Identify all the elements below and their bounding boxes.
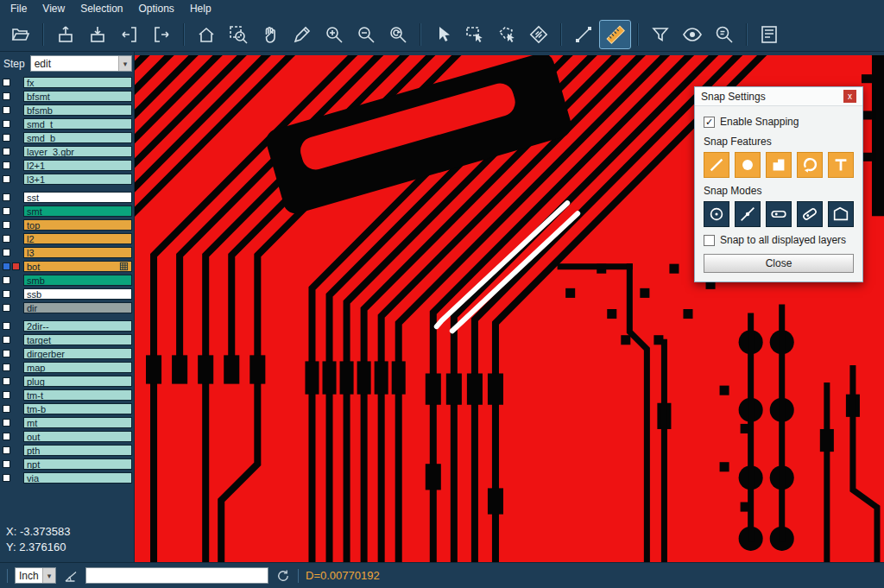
layer-name-box[interactable]: tm-t — [23, 389, 132, 401]
layer-name-box[interactable]: bot — [23, 261, 132, 272]
layer-name-box[interactable]: mt — [23, 417, 132, 428]
layer-visibility-checkbox[interactable] — [3, 460, 10, 468]
layer-name-box[interactable]: sst — [23, 192, 132, 203]
layer-visibility-checkbox[interactable] — [3, 79, 10, 86]
menu-view[interactable]: View — [35, 2, 72, 16]
layer-name-box[interactable]: smd_b — [23, 132, 132, 143]
layer-visibility-checkbox[interactable] — [3, 474, 10, 482]
snap-line-point-button[interactable] — [735, 201, 761, 227]
layer-visibility-checkbox[interactable] — [3, 249, 10, 256]
layer-name-box[interactable]: ssb — [23, 288, 132, 300]
layer-name-box[interactable]: 2dir-- — [23, 320, 132, 332]
layer-visibility-checkbox[interactable] — [3, 290, 10, 298]
select-cursor-button[interactable] — [427, 21, 458, 48]
snap-arc-button[interactable] — [797, 152, 823, 178]
zoom-previous-button[interactable] — [382, 21, 413, 48]
close-icon[interactable]: x — [843, 90, 856, 103]
units-dropdown[interactable]: Inch ▾ — [15, 567, 56, 584]
menu-file[interactable]: File — [3, 2, 34, 16]
snap-all-layers-checkbox[interactable] — [704, 235, 715, 246]
step-next-button[interactable] — [146, 21, 176, 48]
snap-pad-button[interactable] — [735, 152, 761, 178]
command-input[interactable] — [85, 567, 268, 584]
layer-visibility-checkbox[interactable] — [3, 419, 10, 427]
close-button[interactable]: Close — [704, 254, 854, 273]
layer-name-box[interactable]: target — [23, 334, 132, 345]
query-button[interactable] — [709, 21, 739, 48]
layer-visibility-checkbox[interactable] — [3, 161, 10, 169]
layer-visibility-checkbox[interactable] — [3, 377, 10, 385]
select-poly-button[interactable] — [491, 21, 521, 48]
snap-outline-button[interactable] — [828, 201, 854, 227]
menu-options[interactable]: Options — [132, 2, 181, 16]
layer-name-box[interactable]: bfsmt — [23, 91, 132, 102]
zoom-out-button[interactable] — [350, 21, 381, 48]
layer-visibility-checkbox[interactable] — [3, 120, 10, 128]
layer-name-box[interactable]: top — [23, 219, 132, 231]
layer-name-box[interactable]: l3 — [23, 247, 132, 258]
layer-visibility-checkbox[interactable] — [3, 106, 10, 114]
layer-name-box[interactable]: smb — [23, 275, 132, 286]
layer-visibility-checkbox[interactable] — [3, 276, 10, 284]
layer-visibility-checkbox[interactable] — [3, 391, 10, 399]
dialog-titlebar[interactable]: Snap Settings x — [695, 87, 862, 106]
layer-name-box[interactable]: plug — [23, 376, 132, 387]
layer-visibility-checkbox[interactable] — [3, 322, 10, 330]
layer-active-indicator[interactable] — [12, 262, 20, 270]
layer-name-box[interactable]: l2 — [23, 233, 132, 244]
layer-visibility-checkbox[interactable] — [3, 336, 10, 344]
snap-center-button[interactable] — [704, 201, 729, 227]
ruler-button[interactable] — [600, 21, 630, 48]
layer-name-box[interactable]: map — [23, 362, 132, 373]
layer-visibility-checkbox[interactable] — [3, 235, 10, 243]
select-rect-button[interactable] — [459, 21, 489, 48]
visibility-button[interactable] — [677, 21, 707, 48]
filter-button[interactable] — [645, 21, 675, 48]
layer-name-box[interactable]: smt — [23, 205, 132, 217]
pan-hand-button[interactable] — [255, 21, 285, 48]
layer-visibility-checkbox[interactable] — [3, 221, 10, 229]
grid-icon[interactable] — [119, 262, 129, 271]
layer-visibility-checkbox[interactable] — [3, 92, 10, 100]
refresh-icon[interactable] — [275, 568, 291, 584]
chevron-down-icon[interactable]: ▾ — [118, 56, 131, 71]
layer-name-box[interactable]: dir — [23, 302, 132, 313]
snap-text-button[interactable] — [828, 152, 854, 178]
open-folder-button[interactable] — [5, 21, 35, 48]
layer-name-box[interactable]: tm-b — [23, 403, 132, 414]
snap-slot-d-button[interactable] — [797, 201, 823, 227]
chevron-down-icon[interactable]: ▾ — [42, 568, 55, 583]
home-view-button[interactable] — [191, 21, 221, 48]
layer-name-box[interactable]: l2+1 — [23, 160, 132, 171]
layer-visibility-checkbox[interactable] — [3, 304, 10, 312]
layer-name-box[interactable]: out — [23, 431, 132, 442]
layer-name-box[interactable]: l3+1 — [23, 174, 132, 185]
snap-corner-button[interactable] — [766, 152, 792, 178]
step-prev-button[interactable] — [114, 21, 144, 48]
layer-visibility-checkbox[interactable] — [3, 262, 10, 270]
zoom-area-button[interactable] — [223, 21, 253, 48]
enable-snapping-checkbox[interactable]: ✓ — [704, 117, 715, 128]
layer-visibility-checkbox[interactable] — [3, 193, 10, 201]
layer-name-box[interactable]: smd_t — [23, 118, 132, 130]
layer-visibility-checkbox[interactable] — [3, 364, 10, 371]
import-step-button[interactable] — [82, 21, 112, 48]
snap-line-button[interactable] — [704, 152, 729, 178]
layer-name-box[interactable]: pth — [23, 445, 132, 456]
layer-name-box[interactable]: npt — [23, 458, 132, 470]
draw-shape-button[interactable] — [287, 21, 317, 48]
step-dropdown[interactable]: edit ▾ — [30, 55, 132, 72]
layer-visibility-checkbox[interactable] — [3, 148, 10, 155]
layer-visibility-checkbox[interactable] — [3, 207, 10, 215]
snap-slot-h-button[interactable] — [766, 201, 792, 227]
zoom-in-button[interactable] — [319, 21, 349, 48]
layer-name-box[interactable]: layer_3.gbr — [23, 146, 132, 157]
layer-name-box[interactable]: bfsmb — [23, 104, 132, 116]
angle-icon[interactable] — [63, 568, 79, 584]
layer-visibility-checkbox[interactable] — [3, 405, 10, 413]
layer-visibility-checkbox[interactable] — [3, 175, 10, 183]
hatch-button[interactable] — [523, 21, 553, 48]
gerber-canvas[interactable]: Snap Settings x ✓ Enable Snapping Snap F… — [135, 52, 884, 562]
layer-visibility-checkbox[interactable] — [3, 350, 10, 357]
layer-visibility-checkbox[interactable] — [3, 134, 10, 142]
